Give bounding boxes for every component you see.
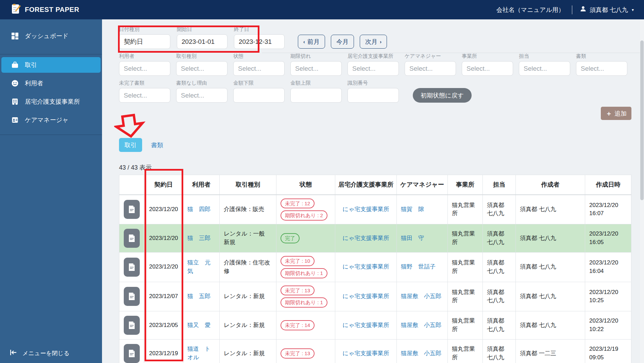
care-manager-cell: 猫屋敷 小五郎: [397, 340, 448, 363]
dashboard-icon: [11, 32, 19, 40]
user-link[interactable]: 猫 五郎: [187, 293, 210, 299]
sidebar-item-dashboard[interactable]: ダッシュボード: [1, 28, 101, 44]
filter-label: 書類: [576, 53, 627, 59]
care-manager-cell: 猫屋敷 小五郎: [397, 311, 448, 340]
tab-documents[interactable]: 書類: [150, 138, 165, 152]
status-badge: 未完了 : 10: [281, 256, 315, 266]
filter-input[interactable]: [290, 88, 342, 103]
scrollbar-thumb[interactable]: [640, 40, 644, 200]
filter-label: ケアマネジャー: [405, 53, 456, 59]
column-header: 居宅介護支援事業所: [335, 175, 397, 195]
document-icon-button[interactable]: [124, 258, 140, 277]
filter-label: 書類なし理由: [176, 80, 227, 86]
care-manager-link[interactable]: 猫野 世話子: [401, 263, 436, 270]
filter-select[interactable]: Select...: [119, 61, 170, 76]
sidebar-divider: [0, 54, 102, 54]
chevron-left-icon: ‹: [303, 39, 305, 45]
care-manager-link[interactable]: 猫屋敷 小五郎: [401, 350, 441, 357]
sidebar-item-users[interactable]: 利用者: [1, 75, 101, 91]
sidebar-item-care-manager[interactable]: ケアマネージャ: [1, 112, 101, 128]
user-cell: 猫 三郎: [183, 224, 220, 253]
staff-cell: 須真都 七八九: [483, 195, 516, 224]
column-header: 作成日時: [585, 175, 631, 195]
table-row: 2023/12/20猫 四郎介護保険：販売未完了 : 12期限切れあり : 2に…: [119, 195, 631, 224]
filter-label: 未完了書類: [119, 80, 170, 86]
care-manager-link[interactable]: 猫田 守: [401, 235, 424, 241]
transaction-type-cell: レンタル：新規: [220, 311, 276, 340]
start-date-input[interactable]: [177, 34, 227, 49]
filter-select[interactable]: Select...: [348, 61, 399, 76]
reset-filters-button[interactable]: 初期状態に戻す: [413, 88, 472, 103]
filter-select[interactable]: Select...: [290, 61, 342, 76]
tab-transactions[interactable]: 取引: [119, 138, 142, 152]
plus-icon: ＋: [606, 109, 612, 118]
table-row: 2023/12/05猫又 愛レンタル：新規未完了 : 14にゃ宅支援事業所猫屋敷…: [119, 311, 631, 340]
branch-cell: 猫丸営業所: [448, 224, 483, 253]
document-icon-button[interactable]: [124, 316, 140, 335]
filter-select[interactable]: Select...: [519, 61, 570, 76]
filter-select[interactable]: Select...: [233, 61, 285, 76]
filter-select[interactable]: Select...: [462, 61, 513, 76]
user-cell: 猫又 愛: [183, 311, 220, 340]
office-link[interactable]: にゃ宅支援事業所: [343, 322, 389, 328]
transaction-type-cell: 介護保険：住宅改修: [220, 253, 276, 282]
filter-label: 識別番号: [348, 80, 399, 86]
end-date-input[interactable]: [234, 34, 285, 49]
care-manager-link[interactable]: 猫賀 隙: [401, 206, 424, 212]
office-link[interactable]: にゃ宅支援事業所: [343, 293, 389, 299]
status-cell-wrap: 完了: [276, 224, 335, 253]
company-name: 会社名（マニュアル用）: [496, 6, 564, 14]
view-tabs: 取引 書類: [119, 138, 640, 152]
filter-field: 事業所Select...: [462, 53, 513, 76]
filter-input[interactable]: [348, 88, 399, 103]
user-menu[interactable]: 須真都 七八九 ▾: [580, 5, 634, 14]
office-link[interactable]: にゃ宅支援事業所: [343, 206, 389, 212]
close-menu-button[interactable]: メニューを閉じる: [10, 349, 69, 358]
user-link[interactable]: 猫立 元気: [187, 259, 210, 274]
filter-select[interactable]: Select...: [176, 61, 227, 76]
care-manager-link[interactable]: 猫屋敷 小五郎: [401, 293, 441, 299]
user-link[interactable]: 猫 三郎: [187, 235, 210, 241]
sidebar-item-label: 利用者: [25, 79, 43, 87]
add-button[interactable]: ＋ 追加: [601, 107, 631, 120]
filter-select[interactable]: Select...: [119, 88, 170, 103]
filter-select[interactable]: Select...: [405, 61, 456, 76]
document-icon-button[interactable]: [124, 344, 140, 363]
user-cell: 猫立 元気: [183, 253, 220, 282]
created-at-cell: 2023/12/19 09:05: [585, 340, 631, 363]
status-badges: 未完了 : 12期限切れあり : 2: [281, 198, 331, 221]
user-link[interactable]: 猫又 愛: [187, 322, 210, 328]
date-type-select[interactable]: 契約日: [119, 34, 170, 49]
document-icon-button[interactable]: [124, 287, 140, 306]
office-link[interactable]: にゃ宅支援事業所: [343, 350, 389, 357]
contract-date-cell: 2023/12/07: [144, 282, 183, 311]
close-menu-label: メニューを閉じる: [22, 349, 69, 357]
prev-month-button[interactable]: ‹ 前月: [298, 35, 325, 49]
next-month-button[interactable]: 次月 ›: [360, 35, 387, 49]
creator-cell: 須真都 七八九: [516, 195, 585, 224]
sidebar-item-home-care-office[interactable]: 居宅介護支援事業所: [1, 94, 101, 109]
user-link[interactable]: 猫 四郎: [187, 206, 210, 212]
office-link[interactable]: にゃ宅支援事業所: [343, 263, 389, 270]
user-link[interactable]: 猫道 トオル: [187, 346, 210, 361]
care-manager-link[interactable]: 猫屋敷 小五郎: [401, 322, 441, 328]
sidebar-item-transactions[interactable]: 取引: [1, 57, 101, 73]
filter-input[interactable]: [233, 88, 285, 103]
this-month-button[interactable]: 今月: [331, 35, 354, 49]
document-icon-button[interactable]: [124, 229, 140, 248]
office-link[interactable]: にゃ宅支援事業所: [343, 235, 389, 241]
scrollbar[interactable]: [640, 19, 644, 363]
transaction-type-cell: レンタル：一般 新規: [220, 224, 276, 253]
filter-select[interactable]: Select...: [576, 61, 627, 76]
status-cell-wrap: 未完了 : 12期限切れあり : 2: [276, 195, 335, 224]
user-cell: 猫 四郎: [183, 195, 220, 224]
status-cell-wrap: 未完了 : 10期限切れあり : 1: [276, 253, 335, 282]
main-content: 日付種別 契約日 開始日 終了日 ‹ 前月 今月 次月: [102, 19, 640, 363]
staff-cell: 須真都 七八九: [483, 253, 516, 282]
filter-field: 書類Select...: [576, 53, 627, 76]
filter-select[interactable]: Select...: [176, 88, 227, 103]
care-manager-cell: 猫屋敷 小五郎: [397, 282, 448, 311]
transactions-icon: [11, 61, 19, 69]
contract-date-cell: 2023/12/20: [144, 224, 183, 253]
document-icon-button[interactable]: [124, 200, 140, 219]
